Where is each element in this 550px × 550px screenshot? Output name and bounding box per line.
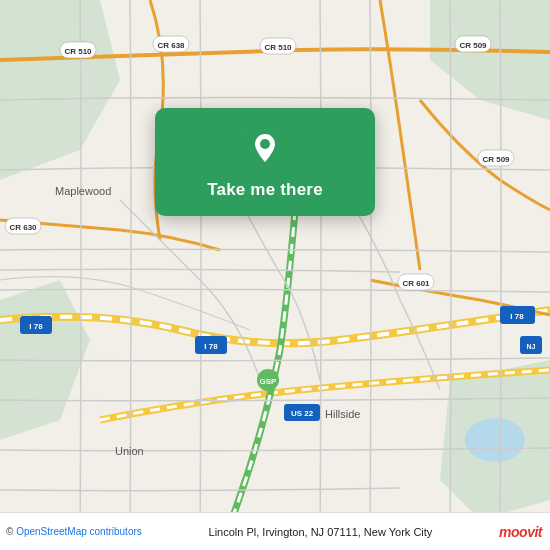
svg-text:CR 509: CR 509 xyxy=(482,155,510,164)
address-text: Lincoln Pl, Irvington, NJ 07111, New Yor… xyxy=(142,526,499,538)
svg-point-5 xyxy=(465,418,525,462)
svg-text:Union: Union xyxy=(115,445,144,457)
svg-text:CR 601: CR 601 xyxy=(402,279,430,288)
svg-text:I 78: I 78 xyxy=(29,322,43,331)
svg-text:Maplewood: Maplewood xyxy=(55,185,111,197)
svg-point-36 xyxy=(260,139,270,149)
osm-credit: © OpenStreetMap contributors xyxy=(6,526,142,537)
svg-text:CR 510: CR 510 xyxy=(64,47,92,56)
svg-text:CR 509: CR 509 xyxy=(459,41,487,50)
svg-text:CR 630: CR 630 xyxy=(9,223,37,232)
osm-link[interactable]: OpenStreetMap contributors xyxy=(16,526,142,537)
map-roads: I 78 I 78 I 78 CR 510 CR 510 CR 638 CR 5… xyxy=(0,0,550,550)
svg-text:NJ: NJ xyxy=(527,343,536,350)
bottom-bar: © OpenStreetMap contributors Lincoln Pl,… xyxy=(0,512,550,550)
svg-text:I 78: I 78 xyxy=(204,342,218,351)
card-label: Take me there xyxy=(207,180,323,200)
moovit-logo: moovit xyxy=(499,524,542,540)
location-card[interactable]: Take me there xyxy=(155,108,375,216)
svg-text:CR 638: CR 638 xyxy=(157,41,185,50)
map-container: I 78 I 78 I 78 CR 510 CR 510 CR 638 CR 5… xyxy=(0,0,550,550)
svg-text:US 22: US 22 xyxy=(291,409,314,418)
svg-text:CR 510: CR 510 xyxy=(264,43,292,52)
location-pin-icon xyxy=(243,126,287,170)
svg-text:GSP: GSP xyxy=(260,377,278,386)
svg-text:Hillside: Hillside xyxy=(325,408,360,420)
svg-text:I 78: I 78 xyxy=(510,312,524,321)
